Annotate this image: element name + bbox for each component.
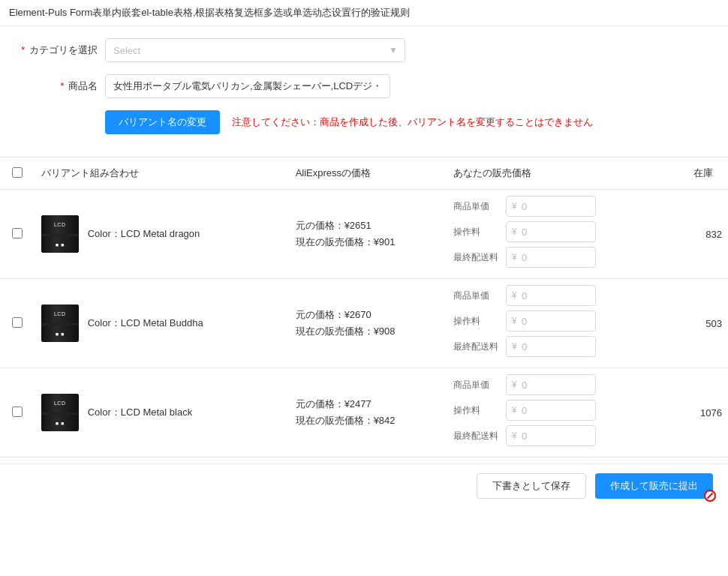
product-name-row: * 商品名 xyxy=(15,74,713,98)
product-image-3: LCD ■ ■ xyxy=(41,394,79,431)
header-sell-price: あなたの販売価格 xyxy=(447,158,657,190)
shipping-fee-input-1[interactable] xyxy=(506,247,596,268)
unit-price-label: 商品単価 xyxy=(453,379,506,392)
row-checkbox-1[interactable] xyxy=(12,228,23,238)
row-variant-cell: LCD ■ ■ Color：LCD Metal black xyxy=(35,368,290,458)
shipping-fee-input-3[interactable] xyxy=(506,425,596,446)
header-ali-price: AliExpressの価格 xyxy=(290,158,447,190)
table-row: LCD ■ ■ Color：LCD Metal dragon 元の価格：¥265… xyxy=(0,190,728,279)
product-image-1: LCD ■ ■ xyxy=(41,215,79,253)
variant-name-2: Color：LCD Metal Buddha xyxy=(88,316,203,330)
required-star-category: * xyxy=(21,44,25,56)
variants-table-container: バリアント組み合わせ AliExpressの価格 あなたの販売価格 在庫 xyxy=(0,157,728,458)
stock-cell-2: 503 xyxy=(657,279,728,368)
header-variant: バリアント組み合わせ xyxy=(35,158,290,190)
row-checkbox-3[interactable] xyxy=(12,406,23,417)
unit-price-label: 商品単価 xyxy=(453,290,506,302)
category-row: * カテゴリを選択 Select ▼ xyxy=(15,38,713,62)
category-label: * カテゴリを選択 xyxy=(15,44,105,57)
unit-price-input-3[interactable] xyxy=(506,374,596,395)
ali-price-cell-1: 元の価格：¥2651 現在の販売価格：¥901 xyxy=(290,190,447,279)
footer-bar: 下書きとして保存 作成して販売に提出 xyxy=(0,464,728,508)
category-select[interactable]: Select xyxy=(105,38,405,62)
ali-price-cell-2: 元の価格：¥2670 現在の販売価格：¥908 xyxy=(290,279,447,368)
unit-price-label: 商品単価 xyxy=(453,200,506,213)
header-stock: 在庫 xyxy=(657,158,728,190)
row-check-cell xyxy=(0,279,35,368)
variants-table: バリアント組み合わせ AliExpressの価格 あなたの販売価格 在庫 xyxy=(0,158,728,458)
row-variant-cell: LCD ■ ■ Color：LCD Metal Buddha xyxy=(35,279,290,368)
handling-fee-label: 操作料 xyxy=(453,315,506,328)
yen-icon: ¥ xyxy=(512,380,517,390)
select-all-checkbox[interactable] xyxy=(12,167,23,178)
shipping-fee-input-2[interactable] xyxy=(506,336,596,357)
stock-cell-1: 832 xyxy=(657,190,728,279)
change-variant-button[interactable]: バリアント名の変更 xyxy=(105,110,220,134)
shipping-fee-label: 最終配送料 xyxy=(453,251,506,264)
shipping-fee-label: 最終配送料 xyxy=(453,340,506,353)
product-name-label: * 商品名 xyxy=(15,80,105,93)
warning-text: 注意してください：商品を作成した後、バリアント名を変更することはできません xyxy=(232,116,593,129)
price-fields-cell-1: 商品単価 ¥ 操作料 ¥ 最終配送料 ¥ xyxy=(447,190,657,279)
yen-icon: ¥ xyxy=(512,341,517,352)
required-star-name: * xyxy=(60,80,64,92)
unit-price-input-1[interactable] xyxy=(506,196,596,217)
variant-name-1: Color：LCD Metal dragon xyxy=(88,227,200,241)
header-check xyxy=(0,158,35,190)
handling-fee-label: 操作料 xyxy=(453,404,506,417)
yen-icon: ¥ xyxy=(512,290,517,301)
row-check-cell xyxy=(0,368,35,458)
handling-fee-input-2[interactable] xyxy=(506,310,596,332)
yen-icon: ¥ xyxy=(512,405,517,416)
submit-button[interactable]: 作成して販売に提出 xyxy=(595,473,713,499)
handling-fee-input-1[interactable] xyxy=(506,221,596,242)
stock-cell-3: 1076 xyxy=(657,368,728,458)
shipping-fee-label: 最終配送料 xyxy=(453,430,506,442)
category-select-wrapper: Select ▼ xyxy=(105,38,405,62)
page-title: Element-Puls Form表単内嵌套el-table表格,根据表格复选框… xyxy=(0,0,728,26)
handling-fee-input-3[interactable] xyxy=(506,400,596,421)
page-title-text: Element-Puls Form表単内嵌套el-table表格,根据表格复选框… xyxy=(9,7,411,18)
table-body: LCD ■ ■ Color：LCD Metal dragon 元の価格：¥265… xyxy=(0,190,728,458)
yen-icon: ¥ xyxy=(512,226,517,237)
handling-fee-label: 操作料 xyxy=(453,226,506,238)
row-checkbox-2[interactable] xyxy=(12,317,23,328)
product-image-2: LCD ■ ■ xyxy=(41,304,79,342)
no-circle-icon xyxy=(704,490,716,502)
row-check-cell xyxy=(0,190,35,279)
ali-price-cell-3: 元の価格：¥2477 現在の販売価格：¥842 xyxy=(290,368,447,458)
variant-row: バリアント名の変更 注意してください：商品を作成した後、バリアント名を変更するこ… xyxy=(15,110,713,134)
yen-icon: ¥ xyxy=(512,316,517,326)
price-fields-cell-2: 商品単価 ¥ 操作料 ¥ 最終配送料 ¥ xyxy=(447,279,657,368)
table-row: LCD ■ ■ Color：LCD Metal Buddha 元の価格：¥267… xyxy=(0,279,728,368)
variant-name-3: Color：LCD Metal black xyxy=(88,406,192,419)
yen-icon: ¥ xyxy=(512,430,517,441)
table-header-row: バリアント組み合わせ AliExpressの価格 あなたの販売価格 在庫 xyxy=(0,158,728,190)
product-name-input[interactable] xyxy=(105,74,390,98)
form-area: * カテゴリを選択 Select ▼ * 商品名 バリアント名の変更 注意してく… xyxy=(0,26,728,151)
draft-button[interactable]: 下書きとして保存 xyxy=(477,473,586,499)
unit-price-input-2[interactable] xyxy=(506,285,596,306)
price-fields-cell-3: 商品単価 ¥ 操作料 ¥ 最終配送料 ¥ xyxy=(447,368,657,458)
warning-highlight: 商品を作成した後、バリアント名を変更することはできません xyxy=(320,116,593,128)
row-variant-cell: LCD ■ ■ Color：LCD Metal dragon xyxy=(35,190,290,279)
yen-icon: ¥ xyxy=(512,252,517,262)
table-row: LCD ■ ■ Color：LCD Metal black 元の価格：¥2477… xyxy=(0,368,728,458)
yen-icon: ¥ xyxy=(512,201,517,212)
